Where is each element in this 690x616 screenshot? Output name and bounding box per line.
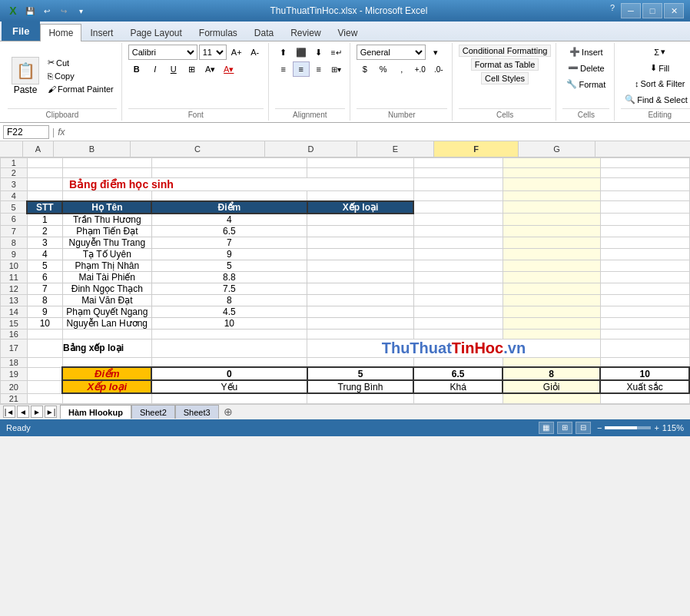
cell-e9[interactable] — [413, 248, 503, 260]
cell-g4[interactable] — [600, 191, 689, 201]
delete-button[interactable]: ➖ Delete — [564, 61, 609, 75]
conditional-formatting-button[interactable]: Conditional Formatting — [459, 45, 552, 57]
col-header-d[interactable]: D — [265, 141, 357, 157]
row-num-21[interactable]: 21 — [1, 393, 28, 403]
cell-b10[interactable]: Phạm Thị Nhân — [62, 260, 151, 271]
help-icon[interactable]: ? — [610, 3, 615, 18]
row-num-20[interactable]: 20 — [1, 380, 28, 393]
cell-f13[interactable] — [503, 294, 600, 306]
cell-f21[interactable] — [503, 393, 600, 403]
cut-button[interactable]: ✂ Cut — [45, 56, 117, 69]
cell-a21[interactable] — [27, 393, 62, 403]
col-header-c[interactable]: C — [131, 141, 265, 157]
cell-d4[interactable] — [307, 191, 414, 201]
row-num-4[interactable]: 4 — [1, 191, 28, 201]
font-name-select[interactable]: Calibri — [128, 45, 197, 60]
row-num-7[interactable]: 7 — [1, 225, 28, 237]
cell-b5-header[interactable]: Họ Tên — [62, 201, 151, 214]
cell-c12[interactable]: 7.5 — [151, 283, 307, 294]
format-as-table-button[interactable]: Format as Table — [471, 58, 539, 71]
cell-d14[interactable] — [307, 306, 414, 317]
cell-b8[interactable]: Nguyễn Thu Trang — [62, 237, 151, 248]
sheet-nav-next-button[interactable]: ► — [31, 406, 43, 418]
cell-e12[interactable] — [413, 283, 503, 294]
cell-c1[interactable] — [151, 158, 307, 168]
row-num-3[interactable]: 3 — [1, 178, 28, 191]
cell-f14[interactable] — [503, 306, 600, 317]
cell-g15[interactable] — [600, 317, 689, 329]
save-icon[interactable]: 💾 — [23, 4, 37, 18]
minimize-button[interactable]: ─ — [621, 3, 641, 18]
cell-c9[interactable]: 9 — [151, 248, 307, 260]
row-num-13[interactable]: 13 — [1, 294, 28, 306]
increase-font-button[interactable]: A+ — [228, 45, 245, 60]
cell-d10[interactable] — [307, 260, 414, 271]
sheet-nav-prev-button[interactable]: ◄ — [17, 406, 29, 418]
row-num-14[interactable]: 14 — [1, 306, 28, 317]
align-right-button[interactable]: ≡ — [310, 61, 327, 77]
row-num-2[interactable]: 2 — [1, 168, 28, 178]
cell-a8[interactable]: 3 — [27, 237, 62, 248]
cell-d19[interactable]: 5 — [307, 367, 414, 380]
cell-b11[interactable]: Mai Tài Phiến — [62, 271, 151, 283]
cell-f4[interactable] — [503, 191, 600, 201]
find-select-button[interactable]: 🔍 Find & Select ~ — [621, 92, 690, 107]
fill-color-button[interactable]: A▾ — [202, 61, 219, 77]
formula-input[interactable] — [68, 127, 687, 137]
cell-b20-xep-loai[interactable]: Xếp loại — [62, 380, 151, 393]
align-center-button[interactable]: ≡ — [293, 61, 310, 77]
maximize-button[interactable]: □ — [642, 3, 662, 18]
row-num-16[interactable]: 16 — [1, 329, 28, 339]
currency-button[interactable]: $ — [357, 61, 373, 77]
italic-button[interactable]: I — [147, 61, 164, 77]
cell-b7[interactable]: Phạm Tiến Đạt — [62, 225, 151, 237]
cell-a16[interactable] — [27, 329, 62, 339]
sort-filter-button[interactable]: ↕ Sort & Filter — [631, 77, 689, 91]
cell-e2[interactable] — [413, 168, 503, 178]
cell-b1[interactable] — [62, 158, 151, 168]
align-left-button[interactable]: ≡ — [275, 61, 292, 77]
cell-d21[interactable] — [307, 393, 414, 403]
cell-b21[interactable] — [62, 393, 151, 403]
cell-d9[interactable] — [307, 248, 414, 260]
cell-c19[interactable]: 0 — [151, 367, 307, 380]
align-middle-button[interactable]: ⬛ — [293, 45, 310, 60]
cell-d11[interactable] — [307, 271, 414, 283]
cell-a2[interactable] — [27, 168, 62, 178]
decrease-font-button[interactable]: A- — [247, 45, 264, 60]
cell-b17[interactable]: Bảng xếp loại — [62, 339, 151, 357]
cell-a9[interactable]: 4 — [27, 248, 62, 260]
cell-c2[interactable] — [151, 168, 307, 178]
cell-styles-button[interactable]: Cell Styles — [481, 72, 529, 84]
cell-e15[interactable] — [413, 317, 503, 329]
cell-e13[interactable] — [413, 294, 503, 306]
tab-review[interactable]: Review — [282, 24, 329, 41]
cell-g6[interactable] — [600, 214, 689, 226]
cell-d5-header[interactable]: Xếp loại — [307, 201, 414, 214]
row-num-8[interactable]: 8 — [1, 237, 28, 248]
cell-c5-header[interactable]: Điểm — [151, 201, 307, 214]
cell-g17[interactable] — [600, 339, 689, 357]
comma-button[interactable]: , — [393, 61, 410, 77]
cell-f5[interactable] — [503, 201, 600, 214]
col-header-e[interactable]: E — [357, 141, 434, 157]
cell-b16[interactable] — [62, 329, 151, 339]
font-color-button[interactable]: A▾ — [221, 61, 237, 77]
cell-b19-diem[interactable]: Điểm — [62, 367, 151, 380]
page-break-view-button[interactable]: ⊟ — [576, 422, 591, 434]
cell-a17[interactable] — [27, 339, 62, 357]
cell-d2[interactable] — [307, 168, 414, 178]
tab-data[interactable]: Data — [246, 24, 282, 41]
cell-b15[interactable]: Nguyễn Lan Hương — [62, 317, 151, 329]
cell-e5[interactable] — [413, 201, 503, 214]
cell-g10[interactable] — [600, 260, 689, 271]
zoom-slider[interactable] — [605, 426, 651, 429]
cell-f1[interactable] — [503, 158, 600, 168]
page-layout-view-button[interactable]: ⊞ — [557, 422, 572, 434]
row-num-10[interactable]: 10 — [1, 260, 28, 271]
row-num-15[interactable]: 15 — [1, 317, 28, 329]
decrease-decimal-button[interactable]: .0- — [430, 61, 447, 77]
cell-c8[interactable]: 7 — [151, 237, 307, 248]
number-expand-button[interactable]: ▾ — [427, 45, 444, 60]
format-painter-button[interactable]: 🖌 Format Painter — [45, 83, 117, 95]
